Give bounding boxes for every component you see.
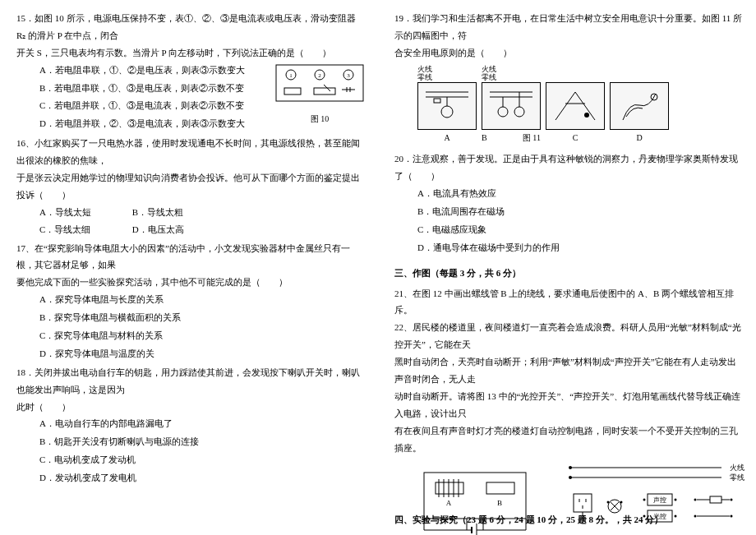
panel-d: D — [610, 66, 669, 145]
q18-stem2: 此时（ ） — [16, 399, 365, 416]
figure-11-caption: 图 11 — [523, 130, 541, 145]
question-15: 15．如图 10 所示，电源电压保持不变，表①、②、③是电流表或电压表，滑动变阻… — [16, 10, 365, 133]
panel-b: 火线 零线 B 图 11 — [482, 65, 541, 146]
panel-d-label: D — [610, 130, 669, 145]
fig13-zero: 零线 — [730, 473, 744, 482]
svg-point-65 — [675, 515, 677, 518]
fig12-label-a: A — [446, 499, 452, 507]
q17-opt-a: A．探究导体电阻与长度的关系 — [16, 291, 365, 308]
q20-stem: 20．注意观察，善于发现。正是由于具有这种敏锐的洞察力，丹麦物理学家奥斯特发现了… — [394, 150, 743, 185]
q19-stem1: 19．我们学习和生活都离不开电，在日常生活中树立安全用电意识十分重要。如图 11… — [394, 10, 743, 44]
svg-line-24 — [555, 92, 575, 120]
figure-10-caption: 图 10 — [274, 111, 365, 127]
svg-point-61 — [643, 499, 646, 501]
q15-stem1: 15．如图 10 所示，电源电压保持不变，表①、②、③是电流表或电压表，滑动变阻… — [16, 10, 365, 44]
question-17: 17、在“探究影响导体电阻大小的因素”的活动中，小文发现实验器材中金属丝只有一根… — [16, 240, 365, 362]
q18-opt-d: D．发动机变成了发电机 — [16, 469, 365, 487]
q16-options-row2: C．导线太细 D．电压太高 — [16, 221, 365, 238]
panel-a-img — [417, 82, 477, 130]
wire-fire-b: 火线 — [482, 65, 496, 73]
q20-opt-d: D．通电导体在磁场中受到力的作用 — [394, 239, 743, 256]
svg-point-72 — [694, 515, 697, 518]
panel-b-label: B — [482, 130, 487, 145]
question-16: 16、小红家购买了一只电热水器，使用时发现通电不长时间，其电源线很热，甚至能闻出… — [16, 135, 365, 238]
q16-opt-d: D．电压太高 — [132, 224, 184, 234]
svg-point-20 — [498, 107, 508, 117]
q16-opt-b: B．导线太粗 — [132, 207, 183, 217]
panel-a: 火线 零线 A — [417, 65, 477, 146]
wire-zero-b: 零线 — [482, 73, 496, 81]
wire-fire: 火线 — [417, 65, 432, 73]
fig13-sound: 声控 — [653, 496, 666, 504]
q16-opt-c: C．导线太细 — [39, 221, 130, 238]
svg-rect-17 — [434, 99, 440, 103]
svg-point-58 — [607, 501, 610, 504]
q17-stem2: 要他完成下面的一些实验探究活动，其中他不可能完成的是（ ） — [16, 274, 365, 291]
q20-opt-a: A．电流具有热效应 — [394, 185, 743, 202]
panel-c-label: C — [546, 130, 605, 145]
fig13-fire: 火线 — [730, 464, 744, 472]
q17-opt-c: C．探究导体电阻与材料的关系 — [16, 327, 365, 344]
svg-point-48 — [569, 476, 572, 479]
svg-point-62 — [675, 499, 677, 501]
svg-point-69 — [694, 499, 697, 501]
question-20: 20．注意观察，善于发现。正是由于具有这种敏锐的洞察力，丹麦物理学家奥斯特发现了… — [394, 150, 743, 256]
svg-text:2: 2 — [318, 72, 321, 79]
svg-point-70 — [731, 499, 733, 501]
figure-11: 火线 零线 A 火线 零线 B 图 11 — [394, 62, 743, 146]
q16-stem1: 16、小红家购买了一只电热水器，使用时发现通电不长时间，其电源线很热，甚至能闻出… — [16, 135, 365, 169]
panel-c-img — [546, 82, 605, 130]
q22-c: 动时自动断开。请将图 13 中的“光控开关”、“声控开关”、灯泡用笔画线代替导线… — [394, 388, 743, 422]
right-column: 19．我们学习和生活都离不开电，在日常生活中树立安全用电意识十分重要。如图 11… — [378, 0, 756, 535]
svg-text:1: 1 — [289, 72, 293, 79]
question-19: 19．我们学习和生活都离不开电，在日常生活中树立安全用电意识十分重要。如图 11… — [394, 10, 743, 145]
section-4-title: 四、实验与探究（23 题 6 分，24 题 10 分，25 题 8 分。，共 2… — [394, 511, 663, 528]
svg-point-27 — [584, 113, 589, 118]
q16-stem2: 于是张云决定用她学过的物理知识向消费者协会投诉。他可从下面哪个方面的鉴定提出投诉… — [16, 169, 365, 204]
q16-opt-a: A．导线太短 — [39, 204, 130, 221]
panel-b-img — [482, 82, 541, 130]
figure-10: 1 2 3 图 10 — [274, 63, 365, 127]
svg-text:3: 3 — [347, 72, 350, 79]
figure-10-svg: 1 2 3 — [274, 63, 365, 111]
svg-rect-7 — [284, 88, 301, 95]
q17-opt-b: B．探究导体电阻与横截面积的关系 — [16, 309, 365, 326]
svg-point-15 — [441, 106, 453, 118]
q18-opt-b: B．钥匙开关没有切断喇叭与电源的连接 — [16, 433, 365, 450]
fig12-label-b: B — [497, 499, 502, 507]
svg-point-59 — [620, 501, 623, 504]
q22-a: 22、居民楼的楼道里，夜间楼道灯一直亮着会造成浪费。科研人员用“光敏”材料制成“… — [394, 319, 743, 353]
svg-rect-8 — [314, 88, 335, 95]
q15-stem2: 开关 S，三只电表均有示数。当滑片 P 向左移动时，下列说法正确的是（ ） — [16, 44, 365, 62]
q21: 21、在图 12 中画出螺线管 B 上的绕线，要求通电后使图中的 A、B 两个螺… — [394, 285, 743, 320]
q17-stem1: 17、在“探究影响导体电阻大小的因素”的活动中，小文发现实验器材中金属丝只有一根… — [16, 240, 365, 274]
q17-opt-d: D．探究导体电阻与温度的关 — [16, 345, 365, 362]
svg-rect-49 — [574, 494, 592, 512]
q20-opt-b: B．电流周围存在磁场 — [394, 203, 743, 220]
q18-opt-c: C．电动机变成了发动机 — [16, 451, 365, 468]
svg-point-73 — [731, 515, 733, 518]
svg-rect-36 — [486, 482, 514, 494]
panel-c: C — [546, 66, 605, 145]
svg-rect-30 — [436, 482, 463, 494]
left-column: 15．如图 10 所示，电源电压保持不变，表①、②、③是电流表或电压表，滑动变阻… — [0, 0, 378, 535]
panel-a-label: A — [417, 130, 477, 145]
q22-d: 有在夜间且有声音时灯才亮的楼道灯自动控制电路，同时安装一个不受开关控制的三孔插座… — [394, 422, 743, 457]
svg-rect-67 — [710, 496, 721, 503]
svg-point-47 — [569, 466, 572, 469]
question-18: 18．关闭并拔出电动自行车的钥匙，用力踩踏使其前进，会发现按下喇叭开关时，喇叭也… — [16, 364, 365, 487]
q16-options-row: A．导线太短 B．导线太粗 — [16, 204, 365, 221]
q19-stem2: 合安全用电原则的是（ ） — [394, 44, 743, 62]
q18-stem1: 18．关闭并拔出电动自行车的钥匙，用力踩踏使其前进，会发现按下喇叭开关时，喇叭也… — [16, 364, 365, 399]
q20-opt-c: C．电磁感应现象 — [394, 221, 743, 238]
section-3-title: 三、作图（每题 3 分，共 6 分） — [394, 265, 743, 282]
panel-d-img — [610, 82, 669, 130]
svg-point-21 — [514, 107, 524, 117]
wire-zero: 零线 — [417, 73, 432, 81]
q18-opt-a: A．电动自行车的内部电路漏电了 — [16, 415, 365, 432]
q22-b: 黑时自动闭合，天亮时自动断开；利用“声敏”材料制成“声控开关”它能在有人走动发出… — [394, 353, 743, 388]
